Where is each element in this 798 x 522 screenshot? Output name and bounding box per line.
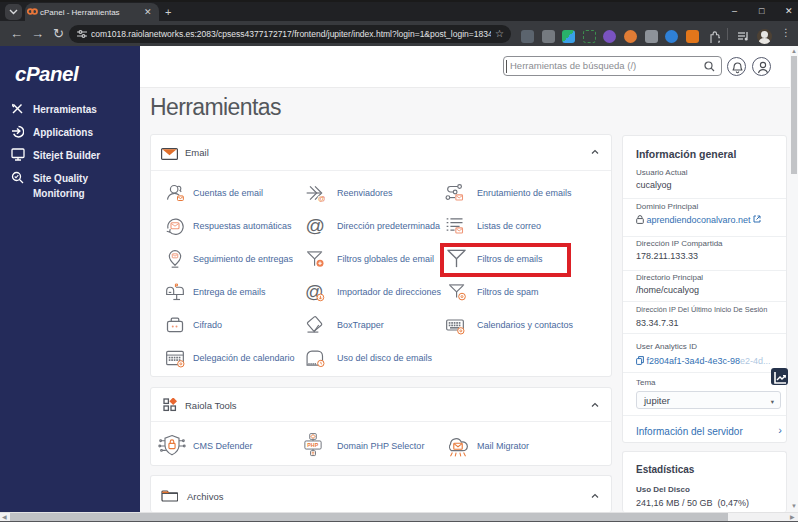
svg-text:@: @	[318, 194, 325, 203]
svg-text:PHP: PHP	[307, 442, 318, 448]
svg-text:@: @	[305, 216, 324, 236]
